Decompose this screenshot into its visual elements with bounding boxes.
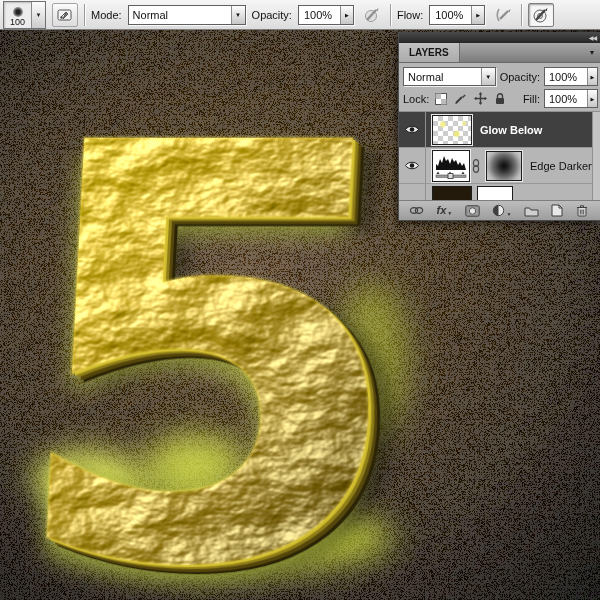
layer-opacity-value: 100% xyxy=(545,71,587,83)
fill-value: 100% xyxy=(545,93,587,105)
fx-caret-icon: ▼ xyxy=(447,210,452,216)
brush-size-value: 100 xyxy=(10,17,25,28)
blend-mode-arrow-icon[interactable]: ▼ xyxy=(481,68,495,85)
eye-icon xyxy=(404,124,420,135)
lock-position-icon[interactable] xyxy=(474,92,487,105)
tablet-pressure-opacity-icon xyxy=(363,6,381,24)
blend-mode-value: Normal xyxy=(404,71,481,83)
fx-icon: fx xyxy=(437,205,447,216)
eye-icon xyxy=(404,160,420,171)
adjustment-layer-thumbnail[interactable] xyxy=(432,150,470,182)
toggle-brush-panel-button[interactable] xyxy=(52,3,78,27)
fill-arrow-icon[interactable]: ▶ xyxy=(587,90,597,107)
collapse-panel-icon[interactable]: ◀◀ xyxy=(589,35,596,41)
fill-label: Fill: xyxy=(523,93,540,105)
layer-thumbnail[interactable] xyxy=(432,115,472,145)
opacity-label: Opacity: xyxy=(252,9,292,21)
opacity-value: 100% xyxy=(299,9,340,21)
layer-opacity-field[interactable]: 100% ▶ xyxy=(544,67,598,86)
brush-preset-picker[interactable]: 100 ▼ xyxy=(3,1,46,29)
layer-name[interactable]: Edge Darken xyxy=(530,160,594,172)
visibility-toggle[interactable] xyxy=(399,184,426,200)
numeral-group xyxy=(0,30,453,600)
airbrush-icon xyxy=(494,6,512,24)
airbrush-button[interactable] xyxy=(491,4,515,26)
blend-mode-row: Normal ▼ Opacity: 100% ▶ xyxy=(399,63,600,89)
brush-preset-arrow[interactable]: ▼ xyxy=(31,2,45,28)
link-layers-button[interactable] xyxy=(409,206,424,215)
flow-value: 100% xyxy=(430,9,471,21)
lock-all-icon[interactable] xyxy=(494,92,506,105)
toolbar-separator xyxy=(84,4,85,26)
panel-menu-icon[interactable]: ▼ xyxy=(584,43,600,62)
layer-row-glow-below[interactable]: Glow Below xyxy=(399,112,600,148)
flow-label: Flow: xyxy=(397,9,423,21)
layer-mask-thumbnail[interactable] xyxy=(486,151,522,181)
fill-field[interactable]: 100% ▶ xyxy=(544,89,598,108)
visibility-toggle[interactable] xyxy=(399,148,426,183)
layer-row-partial[interactable] xyxy=(399,184,600,200)
mode-label: Mode: xyxy=(91,9,122,21)
layers-panel: ◀◀ LAYERS ▼ Normal ▼ Opacity: 100% ▶ Loc… xyxy=(398,32,600,221)
lock-paint-icon[interactable] xyxy=(454,92,467,105)
delete-layer-button[interactable] xyxy=(576,204,588,217)
layer-style-button[interactable]: fx ▼ xyxy=(437,205,453,216)
mode-select[interactable]: Normal ▼ xyxy=(128,5,246,25)
layer-list: Glow Below xyxy=(399,111,600,200)
tablet-pressure-opacity-button[interactable] xyxy=(360,4,384,26)
new-layer-button[interactable] xyxy=(551,204,563,217)
toolbar-separator xyxy=(521,4,522,26)
brush-preview: 100 xyxy=(4,2,31,28)
new-adjustment-layer-button[interactable]: ▼ xyxy=(492,204,511,217)
flow-slider-arrow-icon[interactable]: ▶ xyxy=(471,6,484,24)
new-group-button[interactable] xyxy=(524,205,539,217)
layer-thumbnail[interactable] xyxy=(432,186,472,200)
visibility-toggle[interactable] xyxy=(399,112,426,147)
flow-field[interactable]: 100% ▶ xyxy=(429,5,485,25)
lock-buttons xyxy=(435,92,506,105)
tab-layers[interactable]: LAYERS xyxy=(399,43,460,62)
layer-name[interactable]: Glow Below xyxy=(480,124,542,136)
layer-opacity-arrow-icon[interactable]: ▶ xyxy=(587,68,597,85)
tab-spacer xyxy=(460,43,584,62)
options-toolbar: 100 ▼ Mode: Normal ▼ Opacity: 100% ▶ Flo… xyxy=(0,0,600,30)
mode-select-arrow-icon[interactable]: ▼ xyxy=(231,6,245,24)
opacity-field[interactable]: 100% ▶ xyxy=(298,5,354,25)
opacity-slider-arrow-icon[interactable]: ▶ xyxy=(340,6,353,24)
lock-transparency-icon[interactable] xyxy=(435,93,447,105)
numeral-bevel-rim xyxy=(0,30,429,600)
layer-opacity-label: Opacity: xyxy=(500,71,540,83)
lock-label: Lock: xyxy=(403,93,429,105)
lock-row: Lock: Fill: xyxy=(399,89,600,111)
brush-tip-icon xyxy=(13,7,23,17)
add-layer-mask-button[interactable] xyxy=(465,205,480,217)
tablet-pressure-size-button[interactable] xyxy=(528,3,554,27)
levels-histogram-icon xyxy=(435,153,467,179)
blend-mode-select[interactable]: Normal ▼ xyxy=(403,67,496,86)
layer-row-edge-darken[interactable]: Edge Darken xyxy=(399,148,600,184)
mode-value: Normal xyxy=(129,9,231,21)
panel-tab-row: LAYERS ▼ xyxy=(399,43,600,63)
brush-panel-icon xyxy=(57,8,73,22)
toolbar-separator xyxy=(390,4,391,26)
panel-collapse-bar[interactable]: ◀◀ xyxy=(399,32,600,43)
layers-panel-footer: fx ▼ ▼ xyxy=(399,200,600,220)
layer-mask-thumbnail[interactable] xyxy=(477,186,513,200)
adjustment-caret-icon: ▼ xyxy=(506,211,511,217)
layer-list-scrollbar[interactable] xyxy=(592,112,600,200)
tablet-pressure-size-icon xyxy=(532,6,550,24)
mask-link-icon[interactable] xyxy=(470,159,481,173)
